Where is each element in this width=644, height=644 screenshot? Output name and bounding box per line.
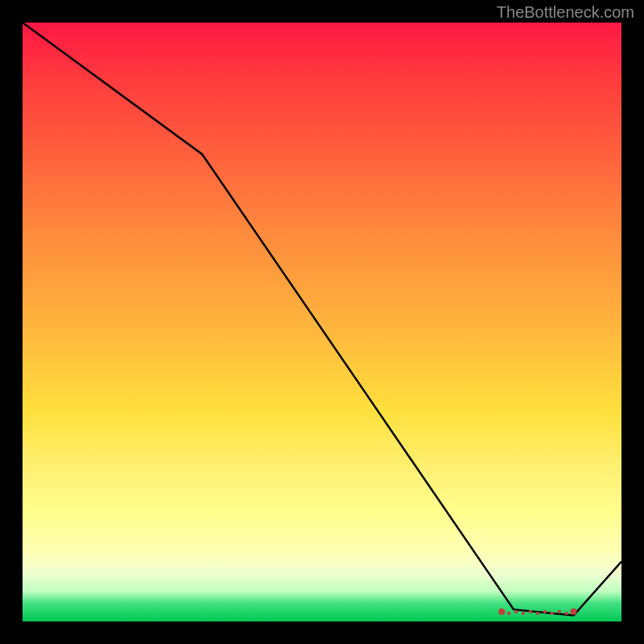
marker-dot — [498, 609, 505, 615]
marker-dot — [522, 612, 525, 615]
marker-dot — [570, 609, 576, 615]
marker-dot — [550, 612, 553, 615]
marker-group — [498, 609, 576, 615]
marker-dot — [514, 610, 518, 613]
marker-dot — [529, 610, 532, 613]
chart-line — [23, 23, 621, 616]
marker-dot — [557, 610, 560, 613]
chart-container: TheBottleneck.com — [0, 0, 644, 644]
marker-dot — [564, 612, 568, 615]
marker-dot — [536, 612, 539, 615]
marker-dot — [507, 612, 510, 615]
watermark-text: TheBottleneck.com — [497, 3, 634, 22]
chart-plot-area — [23, 23, 621, 621]
marker-dot — [543, 610, 547, 613]
chart-svg — [23, 23, 621, 621]
